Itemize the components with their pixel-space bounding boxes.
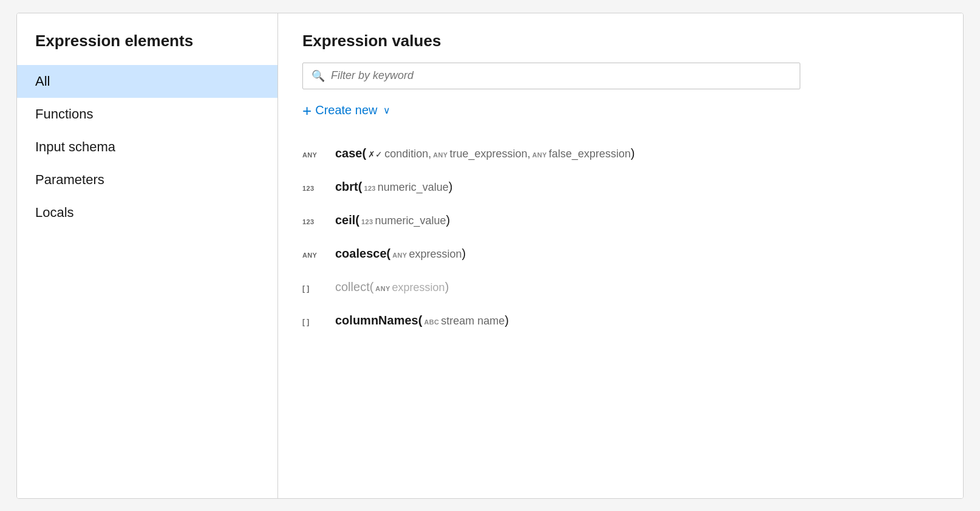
condition-type-icon: ✗✓ [368,149,383,159]
right-panel: Expression values 🔍 + Create new ∨ ANYca… [278,13,963,498]
function-close-ceil: ) [446,213,450,227]
function-name-coalesce: coalesce( [335,247,390,261]
search-box[interactable]: 🔍 [302,63,800,89]
param-type-collect-0: ANY [375,285,390,292]
param-type-ceil-0: 123 [361,218,373,225]
param-name-case-1: true_expression, [449,148,530,160]
left-panel: Expression elements AllFunctionsInput sc… [17,13,278,498]
function-name-collect: collect( [335,280,373,294]
function-name-columnNames: columnNames( [335,314,422,328]
function-item-collect[interactable]: [ ]collect(ANYexpression) [302,270,939,304]
create-new-row[interactable]: + Create new ∨ [302,103,939,118]
left-panel-title: Expression elements [17,32,277,65]
type-badge-case: ANY [302,151,333,159]
plus-icon: + [302,103,311,118]
param-name-coalesce-0: expression [409,248,461,261]
function-item-columnNames[interactable]: [ ]columnNames(abcstream name) [302,304,939,337]
main-container: Expression elements AllFunctionsInput sc… [16,13,964,499]
param-name-case-2: false_expression [549,148,631,160]
param-name-case-0: condition, [384,148,431,160]
param-type-coalesce-0: ANY [392,252,407,259]
function-close-collect: ) [445,280,449,294]
nav-item-functions[interactable]: Functions [17,98,277,131]
function-close-cbrt: ) [449,180,453,194]
function-close-coalesce: ) [461,247,466,261]
create-new-button[interactable]: Create new [315,103,377,117]
param-name-columnNames-0: stream name [441,315,505,328]
type-badge-columnNames: [ ] [302,318,333,326]
function-item-ceil[interactable]: 123ceil(123numeric_value) [302,204,939,237]
param-type-case-2: ANY [533,151,547,159]
type-badge-ceil: 123 [302,218,333,225]
param-type-case-1: ANY [433,151,447,159]
nav-item-input-schema[interactable]: Input schema [17,131,277,163]
search-input[interactable] [331,69,791,82]
type-badge-collect: [ ] [302,284,333,293]
param-name-cbrt-0: numeric_value [378,181,449,194]
function-close-columnNames: ) [505,314,509,328]
function-name-cbrt: cbrt( [335,180,362,194]
param-name-collect-0: expression [392,281,445,294]
function-item-cbrt[interactable]: 123cbrt(123numeric_value) [302,170,939,204]
type-badge-coalesce: ANY [302,252,333,259]
function-item-coalesce[interactable]: ANYcoalesce(ANYexpression) [302,237,939,270]
chevron-down-icon: ∨ [383,105,390,116]
function-name-ceil: ceil( [335,213,359,227]
type-badge-cbrt: 123 [302,185,333,192]
param-type-columnNames-0: abc [424,318,439,326]
nav-item-parameters[interactable]: Parameters [17,163,277,196]
search-icon: 🔍 [311,69,325,83]
param-type-cbrt-0: 123 [364,185,375,192]
function-close-case: ) [631,146,635,160]
param-name-ceil-0: numeric_value [375,214,446,227]
function-name-case: case( [335,146,366,160]
function-item-case[interactable]: ANYcase(✗✓condition, ANYtrue_expression,… [302,137,939,170]
nav-item-all[interactable]: All [17,65,277,98]
right-panel-title: Expression values [302,32,939,50]
function-list: ANYcase(✗✓condition, ANYtrue_expression,… [302,137,939,337]
nav-items-container: AllFunctionsInput schemaParametersLocals [17,65,277,229]
nav-item-locals[interactable]: Locals [17,196,277,229]
